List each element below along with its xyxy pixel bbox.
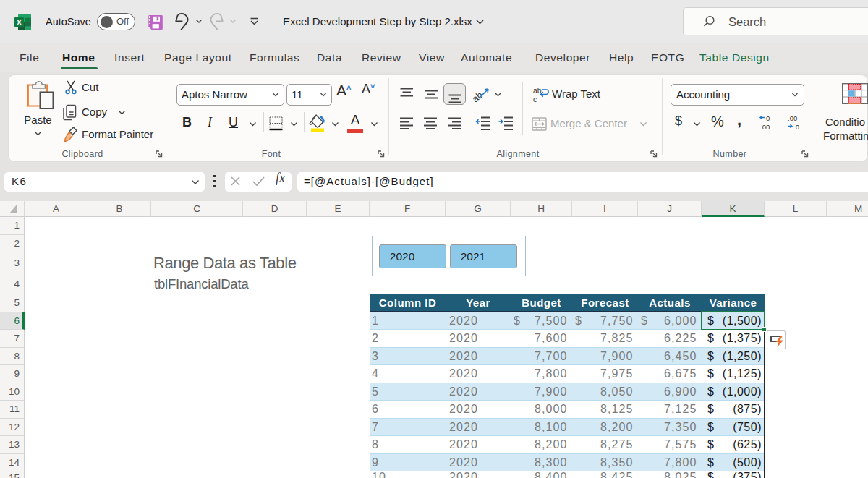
svg-text:0: 0 <box>766 114 770 122</box>
svg-text:X: X <box>17 18 22 27</box>
svg-text:.00: .00 <box>788 114 797 122</box>
svg-text:ab: ab <box>473 90 485 103</box>
svg-text:c: c <box>533 95 537 103</box>
svg-text:.00: .00 <box>760 123 770 131</box>
svg-text:ab: ab <box>533 87 542 95</box>
svg-text:.0: .0 <box>793 123 799 131</box>
